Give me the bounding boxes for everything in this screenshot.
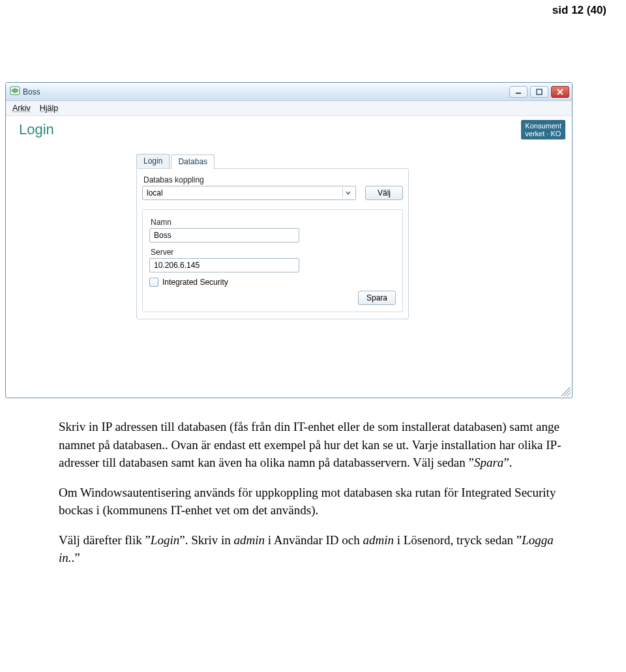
tab-login[interactable]: Login: [136, 154, 170, 168]
konsumentverket-badge: Konsument verket · KO: [521, 120, 565, 139]
text: .”: [72, 551, 80, 564]
tab-databas[interactable]: Databas: [171, 154, 215, 169]
namn-label: Namn: [151, 218, 395, 227]
badge-line1: Konsument: [525, 122, 561, 130]
text-em: Spara: [474, 456, 503, 469]
valj-button[interactable]: Välj: [365, 186, 403, 200]
spara-button[interactable]: Spara: [358, 291, 396, 305]
integrated-security-checkbox[interactable]: [149, 278, 158, 287]
koppling-value: local: [147, 188, 163, 197]
namn-field[interactable]: Boss: [149, 228, 299, 242]
text: Om Windowsautentisering används för uppk…: [59, 484, 567, 519]
badge-line2: verket · KO: [525, 130, 561, 138]
integrated-security-label: Integrated Security: [162, 278, 228, 287]
text-em: admin: [234, 533, 265, 547]
text: ”.: [503, 456, 512, 469]
koppling-label: Databas koppling: [143, 175, 402, 184]
text: i Lösenord, tryck sedan ”: [394, 533, 522, 547]
text: i Användar ID och: [265, 533, 363, 547]
server-label: Server: [151, 248, 395, 257]
text: ”. Skriv in: [179, 533, 233, 547]
menubar: Arkiv Hjälp: [6, 101, 572, 116]
server-field[interactable]: 10.206.6.145: [149, 258, 299, 272]
app-icon: [10, 85, 20, 98]
koppling-dropdown[interactable]: local: [142, 186, 356, 200]
app-window: Boss Arkiv Hjälp Login Konsument verket …: [5, 82, 573, 398]
instruction-text: Skriv in IP adressen till databasen (fås…: [0, 398, 626, 605]
close-button[interactable]: [551, 86, 569, 98]
page-number: sid 12 (40): [0, 0, 626, 17]
maximize-button[interactable]: [530, 86, 548, 98]
text-em: admin: [363, 533, 394, 547]
titlebar[interactable]: Boss: [6, 83, 572, 101]
tab-bar: Login Databas: [136, 154, 572, 168]
window-title: Boss: [23, 87, 507, 96]
menu-hjalp[interactable]: Hjälp: [40, 104, 59, 113]
chevron-down-icon: [342, 188, 353, 198]
svg-rect-2: [537, 89, 542, 95]
text: Välj därefter flik ”: [59, 533, 151, 547]
databas-panel: Databas koppling local Välj Namn Boss Se…: [136, 168, 409, 319]
text-em: Login: [151, 533, 179, 547]
minimize-button[interactable]: [509, 86, 528, 98]
resize-grip-icon[interactable]: [561, 387, 571, 396]
page-title: Login: [19, 121, 54, 138]
menu-arkiv[interactable]: Arkiv: [12, 104, 31, 113]
connection-details: Namn Boss Server 10.206.6.145 Integrated…: [142, 209, 403, 312]
